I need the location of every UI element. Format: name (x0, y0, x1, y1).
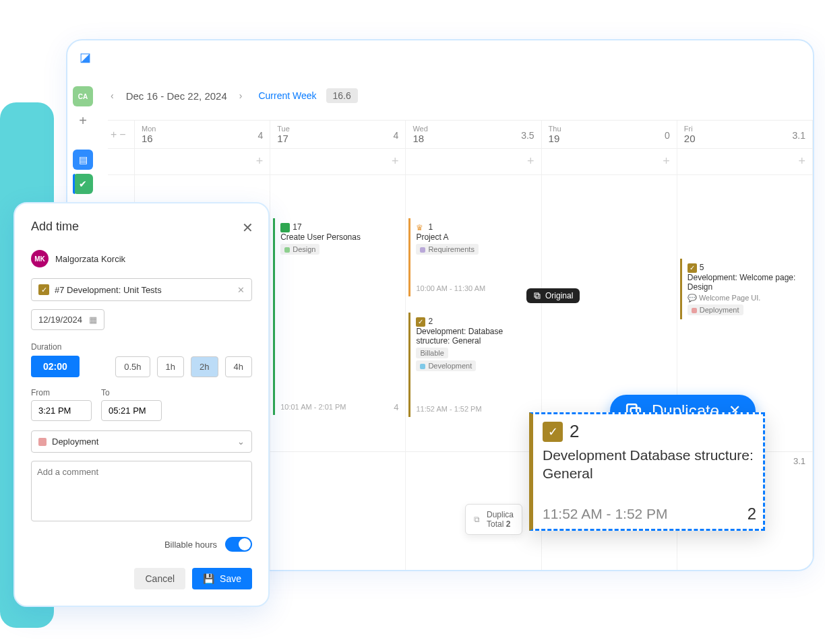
category-select[interactable]: Deployment ⌄ (31, 430, 252, 453)
duplicate-drag-card[interactable]: Duplicate ✕ ✓ 2 Development Database str… (529, 412, 765, 531)
entry-title: Project A (416, 232, 532, 242)
close-modal-button[interactable]: ✕ (242, 220, 253, 236)
calendar-icon: ▦ (89, 315, 97, 325)
save-icon: 💾 (203, 573, 214, 584)
add-entry-tue[interactable]: + (270, 148, 406, 175)
duplicate-title: Development Database structure: General (543, 446, 754, 483)
date-input[interactable]: 12/19/2024 ▦ (31, 309, 104, 330)
add-entry-mon[interactable]: + (135, 148, 270, 175)
collapse-icon[interactable]: − (119, 129, 125, 141)
to-label: To (101, 388, 162, 397)
week-total-badge: 16.6 (326, 88, 358, 103)
user-name: Malgorzata Korcik (55, 254, 125, 264)
duration-label: Duration (31, 342, 252, 352)
left-rail: CA + ▤ ✔ (67, 82, 98, 198)
entry-time: 11:52 AM - 1:52 PM (416, 405, 532, 413)
billable-toggle[interactable] (225, 537, 252, 552)
entry-card[interactable]: 17 Create User Personas Design 10:01 AM … (273, 218, 402, 415)
billable-label: Billable hours (164, 540, 217, 550)
col-tue: 17 Create User Personas Design 10:01 AM … (270, 175, 406, 570)
check-icon: ✓ (688, 263, 697, 273)
timesheet-icon[interactable]: ✔ (73, 174, 93, 194)
duplicate-count: 2 (747, 505, 756, 523)
check-icon: ✓ (416, 317, 425, 327)
add-time-modal: Add time ✕ MK Malgorzata Korcik ✓ #7 Dev… (13, 202, 270, 607)
entry-title: Development: Welcome page: Design (688, 273, 804, 292)
duplicate-number: ✓ 2 (543, 421, 579, 442)
day-header-mon[interactable]: Mon 16 4 (135, 121, 270, 148)
entry-card[interactable]: ✓5 Development: Welcome page: Design 💬 W… (680, 259, 809, 319)
task-select[interactable]: ✓ #7 Development: Unit Tests ✕ (31, 278, 252, 301)
add-workspace-button[interactable]: + (73, 110, 93, 131)
entry-card[interactable]: ♛1 Project A Requirements 10:00 AM - 11:… (408, 218, 538, 296)
from-label: From (31, 388, 92, 397)
clear-task-button[interactable]: ✕ (237, 285, 245, 295)
crown-icon: ♛ (416, 223, 425, 232)
preset-4h[interactable]: 4h (225, 356, 252, 377)
reports-icon[interactable]: ▤ (73, 150, 93, 170)
duplicate-time: 11:52 AM - 1:52 PM (543, 506, 754, 522)
copy-icon (533, 292, 541, 300)
check-icon: ✓ (38, 284, 49, 295)
add-entry-wed[interactable]: + (406, 148, 541, 175)
entry-title: Create User Personas (280, 232, 397, 242)
expand-collapse: + − (108, 121, 135, 148)
user-avatar: MK (31, 250, 49, 267)
date-nav: ‹ Dec 16 - Dec 22, 2024 › Current Week 1… (108, 88, 358, 104)
billable-tag: Billable (416, 348, 448, 358)
comment-input[interactable] (31, 461, 252, 521)
prev-week-button[interactable]: ‹ (108, 88, 117, 104)
add-entry-row: + + + + + (108, 148, 813, 175)
modal-title: Add time (31, 220, 252, 234)
add-entry-fri[interactable]: + (677, 148, 813, 175)
date-range: Dec 16 - Dec 22, 2024 (126, 90, 227, 102)
preset-1h[interactable]: 1h (157, 356, 184, 377)
from-input[interactable] (31, 400, 92, 421)
entry-time: 10:00 AM - 11:30 AM (416, 284, 532, 292)
day-header-fri[interactable]: Fri 20 3.1 (677, 121, 813, 148)
to-input[interactable] (101, 400, 162, 421)
expand-icon[interactable]: + (111, 129, 117, 141)
entry-title: Development: Database structure: General (416, 327, 532, 346)
day-header-tue[interactable]: Tue 17 4 (270, 121, 406, 148)
save-button[interactable]: 💾 Save (192, 568, 252, 589)
entry-tag: Deployment (688, 304, 743, 315)
user-row: MK Malgorzata Korcik (31, 250, 252, 267)
entry-tag: Requirements (416, 244, 478, 255)
task-label: #7 Development: Unit Tests (55, 285, 162, 295)
task-icon (280, 223, 290, 232)
chevron-down-icon: ⌄ (237, 437, 245, 447)
copy-icon: ⧉ (474, 515, 480, 524)
cancel-button[interactable]: Cancel (134, 568, 185, 589)
preset-2h[interactable]: 2h (191, 356, 218, 377)
original-badge: Original (526, 288, 580, 303)
entry-tag: Development (416, 360, 476, 371)
category-value: Deployment (52, 437, 98, 447)
day-header-thu[interactable]: Thu 19 0 (542, 121, 677, 148)
workspace-avatar[interactable]: CA (73, 86, 93, 106)
duration-value[interactable]: 02:00 (31, 356, 80, 377)
svg-rect-0 (534, 293, 539, 297)
svg-rect-1 (536, 294, 540, 298)
app-logo-icon: ◪ (80, 50, 91, 65)
check-icon: ✓ (543, 422, 563, 442)
day-headers: + − Mon 16 4 Tue 17 4 Wed 18 3.5 Thu 19 … (108, 120, 813, 149)
duplicate-summary-tooltip: ⧉ Duplica Total 2 (465, 504, 522, 535)
category-color-icon (38, 438, 47, 446)
current-week-link[interactable]: Current Week (258, 90, 316, 101)
add-entry-thu[interactable]: + (542, 148, 677, 175)
preset-0.5h[interactable]: 0.5h (115, 356, 150, 377)
next-week-button[interactable]: › (237, 88, 245, 104)
entry-tag: Design (280, 244, 319, 255)
entry-card[interactable]: ✓2 Development: Database structure: Gene… (408, 313, 538, 417)
day-header-wed[interactable]: Wed 18 3.5 (406, 121, 541, 148)
entry-time: 10:01 AM - 2:01 PM (280, 403, 397, 411)
